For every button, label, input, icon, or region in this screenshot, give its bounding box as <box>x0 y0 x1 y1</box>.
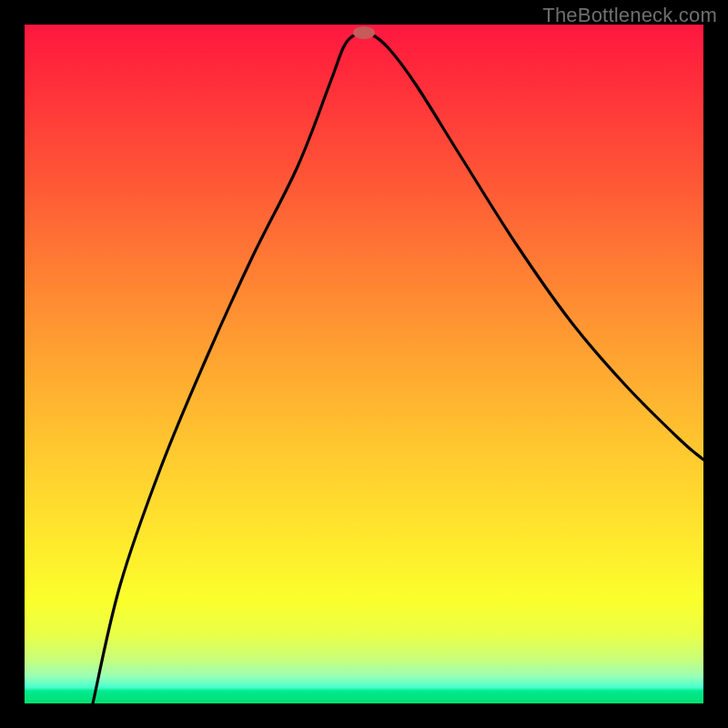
minimum-marker <box>353 26 375 39</box>
chart-frame: TheBottleneck.com <box>0 0 728 728</box>
watermark-text: TheBottleneck.com <box>542 4 717 27</box>
bottleneck-curve <box>93 33 703 703</box>
plot-area <box>25 25 703 703</box>
curve-layer <box>25 25 703 703</box>
